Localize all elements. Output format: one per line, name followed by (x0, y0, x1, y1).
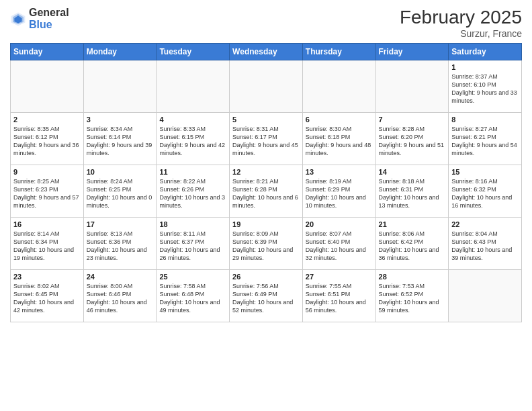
day-info: Sunrise: 8:34 AM Sunset: 6:14 PM Dayligh… (87, 125, 154, 158)
logo-general: General (29, 7, 69, 18)
table-row: 14Sunrise: 8:18 AM Sunset: 6:31 PM Dayli… (375, 165, 449, 218)
day-info: Sunrise: 8:13 AM Sunset: 6:36 PM Dayligh… (87, 230, 154, 263)
day-info: Sunrise: 8:21 AM Sunset: 6:28 PM Dayligh… (232, 177, 300, 210)
table-row (157, 60, 230, 113)
day-info: Sunrise: 7:58 AM Sunset: 6:48 PM Dayligh… (159, 282, 226, 315)
day-number: 20 (306, 220, 373, 228)
day-number: 27 (306, 273, 373, 281)
table-row: 27Sunrise: 7:55 AM Sunset: 6:51 PM Dayli… (302, 270, 375, 322)
table-row (230, 60, 303, 113)
day-number: 5 (232, 116, 300, 124)
day-number: 25 (159, 273, 226, 281)
day-info: Sunrise: 8:18 AM Sunset: 6:31 PM Dayligh… (379, 177, 446, 210)
day-info: Sunrise: 8:02 AM Sunset: 6:45 PM Dayligh… (13, 282, 81, 315)
table-row: 24Sunrise: 8:00 AM Sunset: 6:46 PM Dayli… (83, 270, 157, 322)
logo-text: General Blue (29, 7, 69, 31)
table-row: 20Sunrise: 8:07 AM Sunset: 6:40 PM Dayli… (302, 218, 375, 270)
logo-icon (10, 11, 26, 27)
calendar-header-row: Sunday Monday Tuesday Wednesday Thursday… (11, 44, 522, 60)
table-row: 25Sunrise: 7:58 AM Sunset: 6:48 PM Dayli… (157, 270, 230, 322)
calendar-week-row: 1Sunrise: 8:37 AM Sunset: 6:10 PM Daylig… (11, 60, 522, 113)
day-number: 1 (451, 63, 519, 71)
table-row: 6Sunrise: 8:30 AM Sunset: 6:18 PM Daylig… (302, 113, 375, 165)
day-number: 21 (379, 220, 446, 228)
table-row: 5Sunrise: 8:31 AM Sunset: 6:17 PM Daylig… (230, 113, 303, 165)
day-number: 4 (159, 116, 226, 124)
table-row: 26Sunrise: 7:56 AM Sunset: 6:49 PM Dayli… (230, 270, 303, 322)
table-row: 18Sunrise: 8:11 AM Sunset: 6:37 PM Dayli… (157, 218, 230, 270)
day-number: 9 (13, 168, 81, 176)
table-row (83, 60, 157, 113)
col-tuesday: Tuesday (157, 44, 230, 60)
table-row: 19Sunrise: 8:09 AM Sunset: 6:39 PM Dayli… (230, 218, 303, 270)
table-row: 21Sunrise: 8:06 AM Sunset: 6:42 PM Dayli… (375, 218, 449, 270)
table-row: 28Sunrise: 7:53 AM Sunset: 6:52 PM Dayli… (375, 270, 449, 322)
day-info: Sunrise: 8:14 AM Sunset: 6:34 PM Dayligh… (13, 230, 81, 263)
day-info: Sunrise: 8:37 AM Sunset: 6:10 PM Dayligh… (451, 73, 519, 105)
day-info: Sunrise: 8:04 AM Sunset: 6:43 PM Dayligh… (451, 230, 519, 263)
calendar-week-row: 2Sunrise: 8:35 AM Sunset: 6:12 PM Daylig… (11, 113, 522, 165)
calendar: Sunday Monday Tuesday Wednesday Thursday… (10, 43, 522, 322)
calendar-week-row: 16Sunrise: 8:14 AM Sunset: 6:34 PM Dayli… (11, 218, 522, 270)
month-title: February 2025 (400, 7, 522, 28)
day-number: 26 (232, 273, 300, 281)
day-info: Sunrise: 8:09 AM Sunset: 6:39 PM Dayligh… (232, 230, 300, 263)
day-info: Sunrise: 8:30 AM Sunset: 6:18 PM Dayligh… (306, 125, 373, 158)
day-info: Sunrise: 8:31 AM Sunset: 6:17 PM Dayligh… (232, 125, 300, 158)
logo-blue: Blue (29, 19, 52, 30)
day-number: 13 (306, 168, 373, 176)
day-number: 6 (306, 116, 373, 124)
table-row: 23Sunrise: 8:02 AM Sunset: 6:45 PM Dayli… (11, 270, 84, 322)
col-thursday: Thursday (302, 44, 375, 60)
day-number: 15 (451, 168, 519, 176)
day-number: 22 (451, 220, 519, 228)
table-row: 13Sunrise: 8:19 AM Sunset: 6:29 PM Dayli… (302, 165, 375, 218)
day-info: Sunrise: 8:19 AM Sunset: 6:29 PM Dayligh… (306, 177, 373, 210)
day-number: 3 (87, 116, 154, 124)
day-number: 14 (379, 168, 446, 176)
table-row: 3Sunrise: 8:34 AM Sunset: 6:14 PM Daylig… (83, 113, 157, 165)
table-row: 8Sunrise: 8:27 AM Sunset: 6:21 PM Daylig… (449, 113, 522, 165)
table-row: 1Sunrise: 8:37 AM Sunset: 6:10 PM Daylig… (449, 60, 522, 113)
header: General Blue February 2025 Surzur, Franc… (10, 7, 522, 39)
table-row: 10Sunrise: 8:24 AM Sunset: 6:25 PM Dayli… (83, 165, 157, 218)
table-row (11, 60, 84, 113)
table-row: 7Sunrise: 8:28 AM Sunset: 6:20 PM Daylig… (375, 113, 449, 165)
day-info: Sunrise: 8:11 AM Sunset: 6:37 PM Dayligh… (159, 230, 226, 263)
day-info: Sunrise: 8:25 AM Sunset: 6:23 PM Dayligh… (13, 177, 81, 210)
col-wednesday: Wednesday (230, 44, 303, 60)
day-number: 28 (379, 273, 446, 281)
table-row: 15Sunrise: 8:16 AM Sunset: 6:32 PM Dayli… (449, 165, 522, 218)
calendar-week-row: 9Sunrise: 8:25 AM Sunset: 6:23 PM Daylig… (11, 165, 522, 218)
table-row: 4Sunrise: 8:33 AM Sunset: 6:15 PM Daylig… (157, 113, 230, 165)
day-number: 8 (451, 116, 519, 124)
table-row (449, 270, 522, 322)
table-row (375, 60, 449, 113)
table-row: 2Sunrise: 8:35 AM Sunset: 6:12 PM Daylig… (11, 113, 84, 165)
table-row: 17Sunrise: 8:13 AM Sunset: 6:36 PM Dayli… (83, 218, 157, 270)
col-monday: Monday (83, 44, 157, 60)
table-row: 16Sunrise: 8:14 AM Sunset: 6:34 PM Dayli… (11, 218, 84, 270)
col-saturday: Saturday (449, 44, 522, 60)
day-info: Sunrise: 7:55 AM Sunset: 6:51 PM Dayligh… (306, 282, 373, 315)
col-friday: Friday (375, 44, 449, 60)
day-number: 23 (13, 273, 81, 281)
day-number: 10 (87, 168, 154, 176)
table-row: 11Sunrise: 8:22 AM Sunset: 6:26 PM Dayli… (157, 165, 230, 218)
day-info: Sunrise: 8:16 AM Sunset: 6:32 PM Dayligh… (451, 177, 519, 210)
day-info: Sunrise: 8:06 AM Sunset: 6:42 PM Dayligh… (379, 230, 446, 263)
day-info: Sunrise: 8:35 AM Sunset: 6:12 PM Dayligh… (13, 125, 81, 158)
col-sunday: Sunday (11, 44, 84, 60)
day-info: Sunrise: 7:53 AM Sunset: 6:52 PM Dayligh… (379, 282, 446, 315)
logo: General Blue (10, 7, 69, 31)
day-number: 24 (87, 273, 154, 281)
day-info: Sunrise: 8:27 AM Sunset: 6:21 PM Dayligh… (451, 125, 519, 158)
day-number: 17 (87, 220, 154, 228)
day-info: Sunrise: 8:28 AM Sunset: 6:20 PM Dayligh… (379, 125, 446, 158)
day-info: Sunrise: 8:00 AM Sunset: 6:46 PM Dayligh… (87, 282, 154, 315)
day-info: Sunrise: 8:33 AM Sunset: 6:15 PM Dayligh… (159, 125, 226, 158)
table-row: 12Sunrise: 8:21 AM Sunset: 6:28 PM Dayli… (230, 165, 303, 218)
day-info: Sunrise: 8:24 AM Sunset: 6:25 PM Dayligh… (87, 177, 154, 210)
day-info: Sunrise: 8:07 AM Sunset: 6:40 PM Dayligh… (306, 230, 373, 263)
title-block: February 2025 Surzur, France (400, 7, 522, 39)
